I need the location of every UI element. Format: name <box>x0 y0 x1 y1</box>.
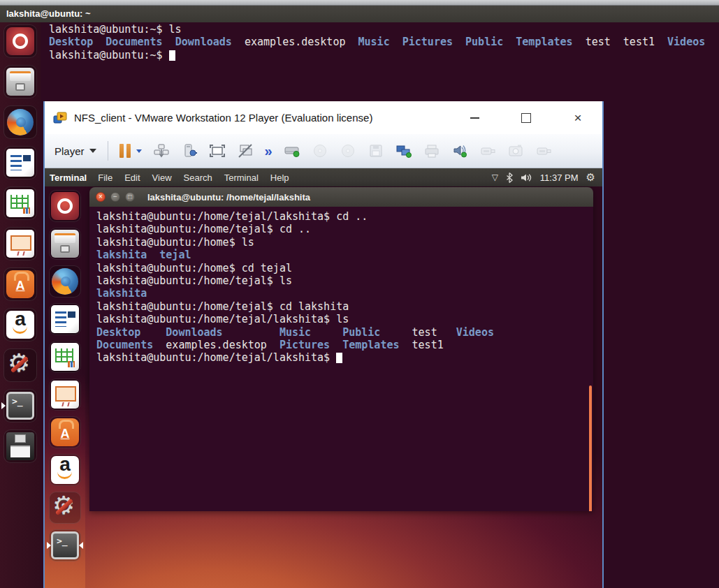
libreoffice-impress-icon[interactable] <box>3 227 37 260</box>
terminal-line: lakshita@ubuntu:/home/tejal/lakshita$ cd… <box>96 210 590 223</box>
menu-help[interactable]: Help <box>270 172 289 183</box>
libreoffice-impress-icon[interactable] <box>49 378 81 411</box>
menu-view[interactable]: View <box>152 172 172 183</box>
volume-icon[interactable] <box>521 173 532 182</box>
terminal-line: lakshita@ubuntu:/home/tejal$ cd .. <box>96 223 590 235</box>
firefox-icon[interactable] <box>49 265 81 297</box>
software-center-icon[interactable] <box>3 267 37 301</box>
terminal-line: lakshita tejal <box>96 249 590 261</box>
sound-adapter-icon[interactable] <box>451 143 468 159</box>
terminal-line: lakshita@ubuntu:~$ <box>49 49 713 61</box>
guest-menubar: Terminal File Edit View Search Terminal … <box>45 168 602 186</box>
floppy-drive-icon[interactable] <box>368 143 384 159</box>
terminal-line: Documents examples.desktop Pictures Temp… <box>96 339 590 351</box>
vmware-player-icon <box>53 112 68 124</box>
libreoffice-calc-icon[interactable] <box>3 186 37 220</box>
firefox-icon[interactable] <box>3 105 37 139</box>
host-top-panel <box>0 0 719 6</box>
printer-icon[interactable] <box>423 143 440 159</box>
send-ctrl-alt-del-icon[interactable] <box>153 143 170 159</box>
guest-app-menu[interactable]: Terminal <box>50 172 87 183</box>
cd-drive-icon[interactable] <box>312 143 328 159</box>
running-indicator <box>1 402 6 409</box>
guest-launcher <box>45 188 85 588</box>
guest-terminal-window: × − □ lakshita@ubuntu: /home/tejal/laksh… <box>89 187 593 511</box>
terminal-line: Desktop Downloads Music Public test Vide… <box>96 326 590 339</box>
expand-toolbar-icon[interactable]: » <box>265 144 273 158</box>
terminal-line: lakshita <box>96 287 590 300</box>
close-icon[interactable]: × <box>96 192 106 202</box>
guest-terminal-content[interactable]: lakshita@ubuntu:/home/tejal/lakshita$ cd… <box>89 207 593 511</box>
terminal-scrollbar[interactable] <box>589 385 592 511</box>
terminal-line: lakshita@ubuntu:/home/tejal/lakshita$ <box>96 351 590 364</box>
vmware-window-title: NFS_client - VMware Workstation 12 Playe… <box>74 112 372 124</box>
chevron-down-icon <box>136 149 142 153</box>
menu-edit[interactable]: Edit <box>124 172 140 183</box>
terminal-line: lakshita@ubuntu:/home/tejal/lakshita$ ls <box>96 313 590 325</box>
hard-disk-icon[interactable] <box>284 143 300 159</box>
close-button[interactable]: × <box>570 110 586 126</box>
guest-terminal-titlebar[interactable]: × − □ lakshita@ubuntu: /home/tejal/laksh… <box>89 187 593 207</box>
libreoffice-calc-icon[interactable] <box>49 341 81 373</box>
ubuntu-dash-icon[interactable] <box>3 24 37 58</box>
pause-button[interactable] <box>119 144 142 158</box>
host-launcher <box>0 22 41 588</box>
ubuntu-dash-icon[interactable] <box>49 190 81 222</box>
clock[interactable]: 11:37 PM <box>540 172 579 183</box>
menu-terminal[interactable]: Terminal <box>224 172 259 183</box>
guest-terminal-title: lakshita@ubuntu: /home/tejal/lakshita <box>147 192 310 203</box>
desktop: lakshita@ubuntu: ~ lakshita@ubuntu:~$ ls… <box>0 0 719 588</box>
vmware-toolbar: Player » <box>45 134 602 168</box>
vm-settings-icon[interactable] <box>181 143 198 159</box>
terminal-line: lakshita@ubuntu:/home/tejal$ ls <box>96 274 590 287</box>
minimize-button[interactable] <box>467 110 482 126</box>
cd-drive-icon[interactable] <box>340 143 356 159</box>
usb-device-icon[interactable] <box>535 143 552 159</box>
terminal-icon[interactable] <box>49 529 81 561</box>
unity-mode-icon[interactable] <box>237 143 254 159</box>
focused-indicator <box>79 542 83 549</box>
software-center-icon[interactable] <box>49 416 81 448</box>
floppy-disk-icon[interactable] <box>3 429 37 463</box>
amazon-icon[interactable] <box>49 454 81 486</box>
maximize-icon[interactable]: □ <box>125 192 135 202</box>
bluetooth-icon[interactable] <box>506 172 513 183</box>
guest-screen: Terminal File Edit View Search Terminal … <box>45 168 602 588</box>
system-settings-icon[interactable] <box>49 492 81 524</box>
menu-file[interactable]: File <box>98 172 112 183</box>
maximize-button[interactable] <box>518 110 534 126</box>
files-icon[interactable] <box>49 228 81 260</box>
terminal-line: lakshita@ubuntu:/home$ cd tejal <box>96 262 590 274</box>
terminal-line: lakshita@ubuntu:~$ ls <box>49 23 713 36</box>
terminal-line: lakshita@ubuntu:/home/tejal$ cd lakshita <box>96 300 590 313</box>
usb-device-icon[interactable] <box>479 143 496 159</box>
player-menu[interactable]: Player <box>55 145 96 157</box>
libreoffice-writer-icon[interactable] <box>3 146 37 179</box>
host-terminal-content[interactable]: lakshita@ubuntu:~$ ls Desktop Documents … <box>49 23 713 61</box>
toolbar-separator <box>108 141 108 161</box>
vmware-player-window: NFS_client - VMware Workstation 12 Playe… <box>43 101 604 588</box>
network-indicator-icon[interactable]: ▽ <box>492 172 498 182</box>
chevron-down-icon <box>89 149 96 153</box>
amazon-icon[interactable] <box>3 308 37 341</box>
host-terminal-title: lakshita@ubuntu: ~ <box>6 8 91 19</box>
screenshot-icon[interactable] <box>507 143 524 159</box>
system-settings-icon[interactable] <box>3 348 37 382</box>
terminal-icon[interactable] <box>3 389 37 422</box>
host-terminal-titlebar[interactable]: lakshita@ubuntu: ~ <box>0 6 719 22</box>
terminal-line: Desktop Documents Downloads examples.des… <box>49 36 713 48</box>
terminal-line: lakshita@ubuntu:/home$ ls <box>96 236 590 249</box>
files-icon[interactable] <box>3 65 37 98</box>
player-menu-label: Player <box>55 145 85 157</box>
session-gear-icon[interactable]: ⚙ <box>586 171 595 184</box>
network-adapter-icon[interactable] <box>395 143 412 159</box>
minimize-icon[interactable]: − <box>110 192 120 202</box>
menu-search[interactable]: Search <box>184 172 212 183</box>
fullscreen-icon[interactable] <box>209 143 226 159</box>
pause-icon <box>119 144 131 158</box>
vmware-titlebar[interactable]: NFS_client - VMware Workstation 12 Playe… <box>45 101 602 134</box>
libreoffice-writer-icon[interactable] <box>49 303 81 335</box>
